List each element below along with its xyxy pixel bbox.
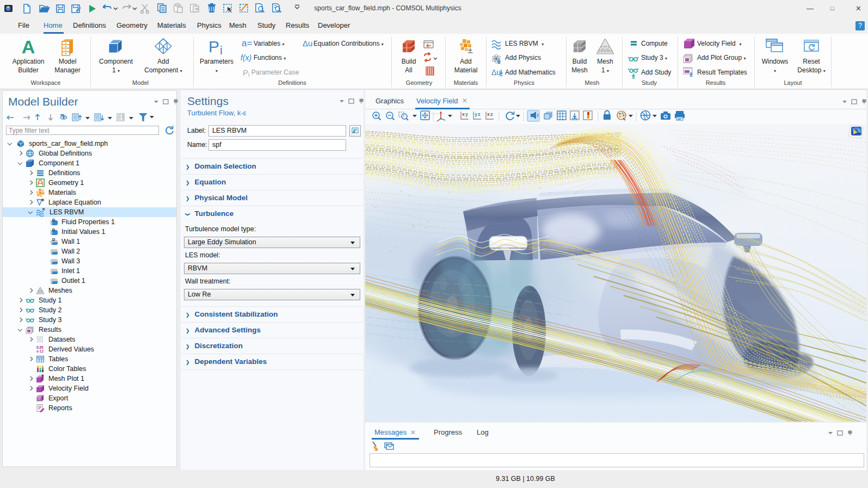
svg-text:Δu: Δu — [491, 68, 501, 77]
svg-text:A: A — [22, 36, 35, 57]
svg-text:Δu: Δu — [303, 39, 312, 48]
svg-text:P: P — [208, 38, 219, 55]
svg-text:f(x): f(x) — [241, 53, 251, 62]
svg-text:y: y — [465, 112, 468, 117]
svg-text:y: y — [475, 112, 477, 117]
svg-text:x: x — [487, 112, 490, 117]
svg-text:z: z — [478, 112, 481, 117]
svg-text:P: P — [243, 68, 248, 77]
svg-text:z: z — [490, 112, 493, 117]
svg-text:i: i — [248, 71, 249, 78]
svg-text:x: x — [462, 112, 465, 117]
svg-text:a=: a= — [242, 38, 252, 48]
svg-text:i: i — [220, 44, 223, 57]
